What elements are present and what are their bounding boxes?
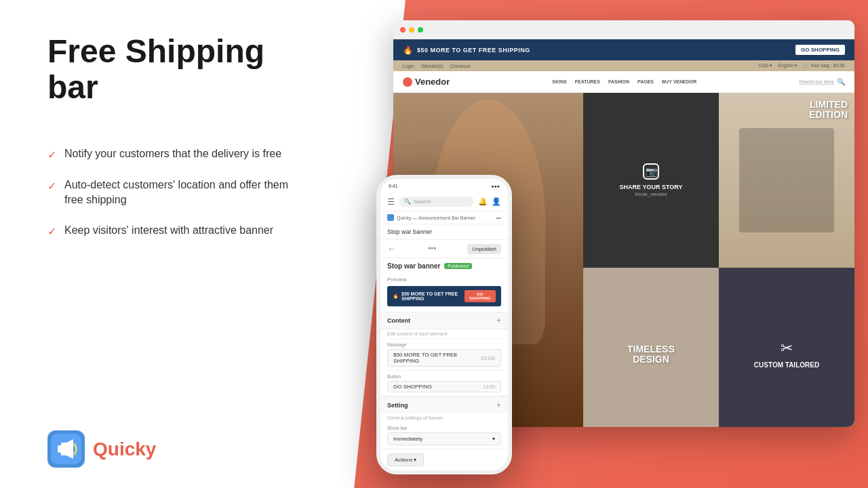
grid-cell-timeless: TIMELESSDESIGN [583, 268, 719, 428]
phone-statusbar: 9:41 ●●● [380, 179, 508, 192]
message-count: 32/100 [481, 356, 495, 361]
store-search-area: Search our store 🔍 [799, 78, 845, 85]
browser-dot-red [400, 27, 406, 33]
button-label: Button [387, 374, 501, 379]
logo-area: Quicky [47, 430, 305, 468]
scissors-icon: ✂ [781, 340, 793, 357]
grid-cell-custom: ✂ CUSTOM TAILORED [719, 268, 854, 428]
message-input[interactable]: $50 MORE TO GET FREE SHIPPING 32/100 [387, 349, 501, 367]
show-bar-label: Show bar [387, 426, 501, 430]
store-subnav: Login Wishlist(0) Checkout USD ▾ English… [393, 60, 854, 71]
phone-banner-title-bar: Stop war banner Published [380, 258, 508, 274]
search-icon-phone: 🔍 [404, 199, 411, 205]
phone-stop-war-item[interactable]: Stop war banner [380, 224, 508, 240]
shipping-bar-left: 🔥 $50 MORE TO GET FREE SHIPPING [403, 45, 530, 55]
phone-breadcrumb: Quicky — Announcement Bar Banner ••• [380, 211, 508, 224]
fire-icon-preview: 🔥 [393, 293, 399, 299]
phone-right-icons: 🔔 👤 [478, 197, 501, 206]
nav-features: FEATURES [575, 79, 600, 84]
page-title: Free Shipping bar [47, 34, 305, 106]
store-nav-links-left: Login Wishlist(0) Checkout [403, 64, 470, 68]
shipping-bar-text: $50 MORE TO GET FREE SHIPPING [417, 47, 530, 54]
phone-screen: 9:41 ●●● ☰ 🔍 Search 🔔 👤 Quicky — Announc… [380, 179, 508, 470]
content-title: Content [387, 317, 410, 324]
svg-rect-3 [58, 445, 63, 453]
phone-search-bar[interactable]: 🔍 Search [399, 197, 474, 207]
breadcrumb-text: Quicky — Announcement Bar Banner [397, 216, 475, 220]
instagram-icon: 📷 [643, 163, 659, 180]
phone-back-button[interactable]: ← [387, 243, 397, 254]
message-label: Message [387, 342, 501, 347]
shipping-bar: 🔥 $50 MORE TO GET FREE SHIPPING GO SHOPP… [393, 39, 854, 60]
nav-english: English ▾ [778, 63, 797, 68]
content-expand-icon[interactable]: + [496, 316, 501, 325]
phone-actions-bar: Actions ▾ [380, 449, 508, 470]
nav-checkout: Checkout [450, 64, 471, 68]
phone-topbar: ☰ 🔍 Search 🔔 👤 [380, 192, 508, 211]
nav-fashion: FASHION [608, 79, 629, 84]
preview-banner: 🔥 $50 MORE TO GET FREE SHIPPING GO SHOPP… [387, 286, 501, 306]
message-value: $50 MORE TO GET FREE SHIPPING [393, 352, 481, 364]
published-badge: Published [444, 263, 472, 269]
phone-unpublish-button[interactable]: Unpublish [467, 244, 501, 254]
phone-show-bar-field: Show bar Immediately ▾ [380, 422, 508, 449]
actions-label: Actions ▾ [395, 457, 416, 463]
phone-search-placeholder: Search [414, 199, 431, 205]
search-icon[interactable]: 🔍 [837, 78, 845, 85]
limited-overlay: LIMITEDEDITION [809, 100, 848, 121]
nav-login: Login [403, 64, 414, 68]
check-icon-1: ✓ [47, 148, 56, 163]
phone-setting-section-header: Setting + [380, 396, 508, 413]
store-search-text: Search our store [799, 79, 834, 85]
hamburger-icon[interactable]: ☰ [387, 197, 395, 207]
features-list: ✓ Notify your customers that the deliver… [47, 146, 305, 240]
left-panel: Free Shipping bar ✓ Notify your customer… [0, 0, 339, 488]
setting-expand-icon[interactable]: + [496, 401, 501, 410]
button-value: GO SHOPPING [393, 384, 432, 390]
go-shopping-button[interactable]: GO SHOPPING [795, 45, 845, 55]
avatar-icon[interactable]: 👤 [492, 197, 501, 206]
feature-item-3: ✓ Keep visitors' interest with attractiv… [47, 223, 305, 239]
dropdown-chevron-icon: ▾ [492, 436, 495, 442]
nav-usd: USD ▾ [758, 63, 772, 68]
browser-bar [393, 20, 854, 39]
breadcrumb-more: ••• [496, 216, 501, 220]
limited-edition-text: LIMITEDEDITION [809, 100, 848, 121]
nav-wishlist: Wishlist(0) [421, 64, 443, 68]
check-icon-2: ✓ [47, 179, 56, 194]
store-nav-links-right: USD ▾ English ▾ 🛒 Your bag : $0.00 [758, 63, 845, 68]
quicky-logo-text: Quicky [93, 439, 156, 460]
phone-content-desc: Edit content of each element [380, 329, 508, 339]
phone-banner-name: Stop war banner [387, 262, 440, 270]
phone-button-field: Button GO SHOPPING 11/20 [380, 371, 508, 396]
nav-buy-venedor: BUY VENEDOR [662, 79, 696, 84]
nav-cart: 🛒 Your bag : $0.00 [803, 63, 845, 68]
show-bar-dropdown[interactable]: Immediately ▾ [387, 432, 501, 445]
store-logo: Venedor [403, 77, 450, 87]
phone-message-field: Message $50 MORE TO GET FREE SHIPPING 32… [380, 339, 508, 371]
grid-cell-limited: LIMITEDEDITION [719, 93, 854, 268]
preview-message: $50 MORE TO GET FREE SHIPPING [401, 291, 465, 301]
store-logo-icon [403, 77, 412, 87]
check-icon-3: ✓ [47, 224, 56, 239]
grid-cell-instagram: 📷 SHARE YOUR STORY #insta_venedor [583, 93, 719, 268]
preview-label: Preview [387, 277, 501, 283]
nav-skins: SKINS [552, 79, 566, 84]
right-panel: 🔥 $50 MORE TO GET FREE SHIPPING GO SHOPP… [339, 0, 868, 488]
nav-pages: PAGES [637, 79, 654, 84]
phone-mockup: 9:41 ●●● ☰ 🔍 Search 🔔 👤 Quicky — Announc… [376, 175, 512, 474]
phone-action-bar: ← ••• Unpublish [380, 240, 508, 258]
actions-button[interactable]: Actions ▾ [387, 453, 424, 466]
preview-go-shopping-button[interactable]: GO SHOPPING [465, 290, 496, 302]
browser-dot-green [418, 27, 423, 33]
button-input[interactable]: GO SHOPPING 11/20 [387, 381, 501, 392]
phone-content-section-header: Content + [380, 312, 508, 329]
phone-time: 9:41 [389, 184, 398, 188]
bell-icon[interactable]: 🔔 [478, 197, 488, 206]
timeless-design-text: TIMELESSDESIGN [627, 344, 675, 365]
phone-app-icon-small [387, 214, 394, 221]
button-count: 11/20 [483, 384, 495, 389]
phone-more-button[interactable]: ••• [428, 244, 437, 253]
quicky-logo-icon [47, 430, 85, 468]
phone-icons-right: ●●● [491, 184, 500, 188]
